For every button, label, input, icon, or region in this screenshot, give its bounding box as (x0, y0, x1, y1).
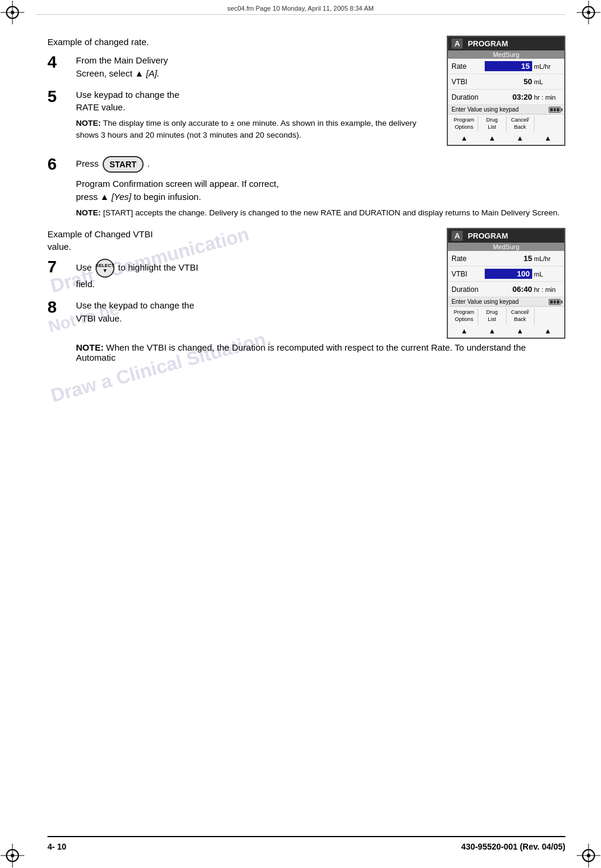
panel1-arrow-1[interactable]: ▲ (450, 134, 478, 142)
step5-content: Use keypad to change the RATE value. NOT… (76, 88, 435, 141)
step8-text: Use the keypad to change the VTBI value. (76, 299, 435, 325)
battery-icon-2 (549, 299, 561, 305)
panel1-btn-empty (535, 116, 562, 132)
example2-row: Example of Changed VTBI value. 7 Use SEL… (47, 228, 565, 338)
step6-note: NOTE: [START] accepts the change. Delive… (76, 207, 565, 219)
panel1-arrow-4[interactable]: ▲ (534, 134, 562, 142)
file-info-text: sec04.fm Page 10 Monday, April 11, 2005 … (227, 5, 374, 12)
panel1-btn-program[interactable]: ProgramOptions (450, 116, 478, 132)
example2-heading: Example of Changed VTBI value. (47, 228, 435, 253)
panel2-header: A PROGRAM (448, 229, 564, 243)
panel1-row-rate: Rate 15 mL/hr (448, 59, 564, 74)
panel1-channel: A (451, 39, 463, 49)
step7-content: Use SELECT ▼ to highlight the VTBI field… (76, 259, 435, 291)
footer: 4- 10 430-95520-001 (Rev. 04/05) (47, 836, 565, 851)
step5-num: 5 (47, 88, 76, 105)
panel2-row-vtbi: VTBI 100 mL (448, 266, 564, 282)
panel1-buttons: ProgramOptions DrugList Cancel/Back (448, 115, 564, 133)
step4-arrow: ▲ (135, 68, 144, 78)
panel1-btn-drug[interactable]: DrugList (478, 116, 506, 132)
panel2-btn-empty (535, 308, 562, 324)
panel1-title: PROGRAM (468, 39, 508, 48)
panel1-btn-cancel[interactable]: Cancel/Back (507, 116, 535, 132)
battery-icon-1 (549, 107, 561, 113)
panel1-arrow-3[interactable]: ▲ (506, 134, 534, 142)
example1-left: Example of changed rate. 4 From the Main… (47, 36, 435, 149)
example1-heading: Example of changed rate. (47, 36, 435, 48)
panel1-header: A PROGRAM (448, 37, 564, 50)
page-number-left: 4- 10 (47, 842, 66, 851)
step8-note-area: NOTE: When the VTBI is changed, the Dura… (76, 342, 565, 363)
step7-num: 7 (47, 259, 76, 275)
file-info: sec04.fm Page 10 Monday, April 11, 2005 … (36, 5, 565, 15)
step8-note: NOTE: When the VTBI is changed, the Dura… (76, 342, 565, 363)
step4-num: 4 (47, 54, 76, 71)
step6-para1: Program Confirmation screen will appear.… (76, 177, 565, 204)
step-7: 7 Use SELECT ▼ to highlight the VTBI fie… (47, 259, 435, 291)
panel2-arrow-2[interactable]: ▲ (478, 327, 506, 335)
panel2-title: PROGRAM (468, 231, 508, 240)
panel2-btn-drug[interactable]: DrugList (478, 308, 506, 324)
panel2-row-duration: Duration 06:40 hr : min (448, 282, 564, 297)
step8-content: Use the keypad to change the VTBI value. (76, 299, 435, 325)
panel2-enter: Enter Value using keypad (448, 297, 564, 307)
step-6: 6 Press START . Program Confirmation scr… (47, 156, 565, 218)
panel1-row-vtbi: VTBI 50 mL (448, 74, 564, 90)
device-panel-2: A PROGRAM MedSurg Rate 15 mL/hr VTBI 100… (447, 228, 565, 338)
panel1-arrows: ▲ ▲ ▲ ▲ (448, 133, 564, 145)
panel2-btn-cancel[interactable]: Cancel/Back (507, 308, 535, 324)
step5-text: Use keypad to change the RATE value. (76, 88, 435, 115)
step-5: 5 Use keypad to change the RATE value. N… (47, 88, 435, 141)
step7-text: Use SELECT ▼ to highlight the VTBI field… (76, 259, 435, 291)
panel1-arrow-2[interactable]: ▲ (478, 134, 506, 142)
panel2-btn-program[interactable]: ProgramOptions (450, 308, 478, 324)
panel2-arrow-3[interactable]: ▲ (506, 327, 534, 335)
reg-mark-tl (6, 6, 19, 19)
main-content: Example of changed rate. 4 From the Main… (47, 30, 565, 832)
panel2-arrows: ▲ ▲ ▲ ▲ (448, 326, 564, 338)
reg-mark-br (582, 849, 595, 862)
step8-num: 8 (47, 299, 76, 316)
step-8: 8 Use the keypad to change the VTBI valu… (47, 299, 435, 325)
panel2-medsurg: MedSurg (448, 243, 564, 251)
step4-content: From the Main Delivery Screen, select ▲ … (76, 54, 435, 80)
panel1-medsurg: MedSurg (448, 50, 564, 59)
select-button[interactable]: SELECT ▼ (96, 259, 115, 278)
step6-line1: Press START . (76, 156, 565, 173)
panel1-enter: Enter Value using keypad (448, 105, 564, 115)
panel1-row-duration: Duration 03:20 hr : min (448, 90, 564, 105)
step6-content: Press START . Program Confirmation scree… (76, 156, 565, 218)
reg-mark-bl (6, 849, 19, 862)
panel2-row-rate: Rate 15 mL/hr (448, 251, 564, 266)
step6-num: 6 (47, 156, 76, 173)
step4-text: From the Main Delivery Screen, select ▲ … (76, 54, 435, 80)
panel2-arrow-1[interactable]: ▲ (450, 327, 478, 335)
device-panel-1: A PROGRAM MedSurg Rate 15 mL/hr VTBI 50 … (447, 36, 565, 146)
reg-mark-tr (582, 6, 595, 19)
start-button[interactable]: START (103, 156, 144, 173)
step5-note: NOTE: The display time is only accurate … (76, 117, 435, 141)
example2-left: Example of Changed VTBI value. 7 Use SEL… (47, 228, 435, 333)
panel2-buttons: ProgramOptions DrugList Cancel/Back (448, 307, 564, 325)
step-4: 4 From the Main Delivery Screen, select … (47, 54, 435, 80)
page-number-right: 430-95520-001 (Rev. 04/05) (461, 842, 565, 851)
panel2-channel: A (451, 231, 463, 241)
panel2-arrow-4[interactable]: ▲ (534, 327, 562, 335)
